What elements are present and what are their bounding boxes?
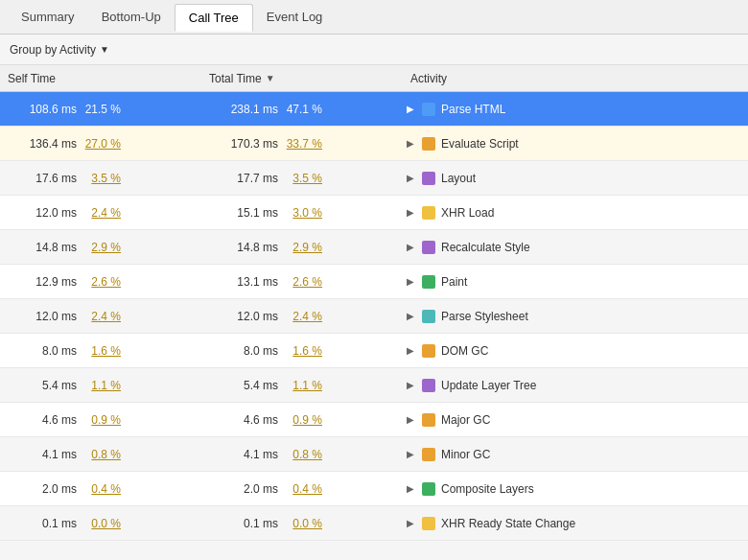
activity-color-icon — [422, 206, 435, 220]
activity-name: DOM GC — [441, 344, 488, 358]
activity-cell: ▶ Major GC — [403, 413, 748, 427]
activity-name: XHR Load — [441, 206, 494, 220]
self-time-cell: 8.0 ms 1.6 % — [0, 334, 201, 367]
self-time-value: 108.6 ms — [8, 103, 77, 116]
tab-call-tree[interactable]: Call Tree — [175, 4, 253, 32]
self-time-cell: 2.0 ms 0.4 % — [0, 472, 201, 505]
expand-arrow-icon[interactable]: ▶ — [407, 518, 416, 528]
self-pct-value: 21.5 % — [77, 103, 121, 116]
self-pct-value: 2.4 % — [77, 310, 121, 323]
total-pct-value: 0.0 % — [278, 517, 322, 530]
expand-arrow-icon[interactable]: ▶ — [407, 138, 416, 149]
activity-cell: ▶ Evaluate Script — [403, 137, 748, 151]
activity-color-icon — [422, 517, 435, 530]
self-pct-value: 2.9 % — [77, 241, 121, 254]
table-row[interactable]: 0.1 ms 0.0 % 0.1 ms 0.0 % ▶ XHR Ready St… — [0, 506, 748, 541]
col-header-total-time[interactable]: Total Time ▼ — [201, 72, 403, 85]
self-pct-value: 3.5 % — [77, 172, 121, 185]
activity-color-icon — [422, 310, 435, 323]
self-time-cell: 17.6 ms 3.5 % — [0, 161, 201, 195]
table-row[interactable]: 12.9 ms 2.6 % 13.1 ms 2.6 % ▶ Paint — [0, 265, 748, 299]
group-by-dropdown-arrow[interactable]: ▼ — [100, 44, 109, 55]
total-pct-value: 0.9 % — [278, 413, 322, 427]
table-row[interactable]: 12.0 ms 2.4 % 12.0 ms 2.4 % ▶ Parse Styl… — [0, 299, 748, 334]
total-time-cell: 8.0 ms 1.6 % — [201, 334, 403, 367]
total-time-value: 2.0 ms — [209, 482, 278, 496]
activity-name: Evaluate Script — [441, 137, 519, 151]
self-time-value: 14.8 ms — [8, 241, 77, 254]
table-row[interactable]: 5.4 ms 1.1 % 5.4 ms 1.1 % ▶ Update Layer… — [0, 368, 748, 403]
activity-color-icon — [422, 413, 435, 427]
tab-bar: Summary Bottom-Up Call Tree Event Log — [0, 0, 748, 35]
expand-arrow-icon[interactable]: ▶ — [407, 449, 416, 459]
total-time-cell: 13.1 ms 2.6 % — [201, 265, 403, 298]
total-time-value: 15.1 ms — [209, 206, 278, 220]
total-time-cell: 170.3 ms 33.7 % — [201, 127, 403, 160]
expand-arrow-icon[interactable]: ▶ — [407, 311, 416, 321]
self-time-value: 17.6 ms — [8, 172, 77, 185]
self-time-value: 12.0 ms — [8, 206, 77, 220]
total-time-cell: 14.8 ms 2.9 % — [201, 230, 403, 264]
activity-color-icon — [422, 241, 435, 254]
total-pct-value: 0.4 % — [278, 482, 322, 496]
total-pct-value: 33.7 % — [278, 137, 322, 151]
table-row[interactable]: 108.6 ms 21.5 % 238.1 ms 47.1 % ▶ Parse … — [0, 92, 748, 127]
activity-color-icon — [422, 172, 435, 185]
self-time-value: 12.0 ms — [8, 310, 77, 323]
total-time-value: 238.1 ms — [209, 103, 278, 116]
self-pct-value: 1.6 % — [77, 344, 121, 358]
table-row[interactable]: 4.6 ms 0.9 % 4.6 ms 0.9 % ▶ Major GC — [0, 403, 748, 437]
expand-arrow-icon[interactable]: ▶ — [407, 173, 416, 183]
total-pct-value: 47.1 % — [278, 103, 322, 116]
tab-event-log[interactable]: Event Log — [253, 4, 337, 30]
activity-name: Parse HTML — [441, 103, 505, 116]
self-time-cell: 4.6 ms 0.9 % — [0, 403, 201, 436]
self-time-cell: 4.1 ms 0.8 % — [0, 437, 201, 471]
activity-color-icon — [422, 482, 435, 496]
table-body: 108.6 ms 21.5 % 238.1 ms 47.1 % ▶ Parse … — [0, 92, 748, 541]
self-pct-value: 27.0 % — [77, 137, 121, 151]
table-row[interactable]: 2.0 ms 0.4 % 2.0 ms 0.4 % ▶ Composite La… — [0, 472, 748, 506]
activity-cell: ▶ Update Layer Tree — [403, 379, 748, 392]
expand-arrow-icon[interactable]: ▶ — [407, 276, 416, 287]
tab-summary[interactable]: Summary — [8, 4, 88, 30]
total-time-value: 8.0 ms — [209, 344, 278, 358]
self-time-value: 8.0 ms — [8, 344, 77, 358]
total-time-value: 170.3 ms — [209, 137, 278, 151]
total-time-value: 14.8 ms — [209, 241, 278, 254]
activity-cell: ▶ Parse Stylesheet — [403, 310, 748, 323]
self-time-value: 5.4 ms — [8, 379, 77, 392]
expand-arrow-icon[interactable]: ▶ — [407, 207, 416, 218]
col-header-self-time[interactable]: Self Time — [0, 72, 201, 85]
activity-color-icon — [422, 103, 435, 116]
activity-name: Recalculate Style — [441, 241, 530, 254]
expand-arrow-icon[interactable]: ▶ — [407, 414, 416, 425]
table-row[interactable]: 8.0 ms 1.6 % 8.0 ms 1.6 % ▶ DOM GC — [0, 334, 748, 368]
self-pct-value: 0.0 % — [77, 517, 121, 530]
toolbar: Group by Activity ▼ — [0, 35, 748, 65]
expand-arrow-icon[interactable]: ▶ — [407, 345, 416, 356]
table-row[interactable]: 4.1 ms 0.8 % 4.1 ms 0.8 % ▶ Minor GC — [0, 437, 748, 472]
table-row[interactable]: 12.0 ms 2.4 % 15.1 ms 3.0 % ▶ XHR Load — [0, 196, 748, 230]
self-time-cell: 12.0 ms 2.4 % — [0, 196, 201, 229]
total-pct-value: 2.9 % — [278, 241, 322, 254]
table-row[interactable]: 14.8 ms 2.9 % 14.8 ms 2.9 % ▶ Recalculat… — [0, 230, 748, 265]
tab-bottom-up[interactable]: Bottom-Up — [88, 4, 175, 30]
self-time-value: 0.1 ms — [8, 517, 77, 530]
table-row[interactable]: 136.4 ms 27.0 % 170.3 ms 33.7 % ▶ Evalua… — [0, 127, 748, 161]
expand-arrow-icon[interactable]: ▶ — [407, 242, 416, 252]
activity-color-icon — [422, 344, 435, 358]
self-time-cell: 0.1 ms 0.0 % — [0, 506, 201, 540]
table-header: Self Time Total Time ▼ Activity — [0, 65, 748, 92]
total-time-cell: 17.7 ms 3.5 % — [201, 161, 403, 195]
table-row[interactable]: 17.6 ms 3.5 % 17.7 ms 3.5 % ▶ Layout — [0, 161, 748, 196]
total-pct-value: 3.0 % — [278, 206, 322, 220]
activity-name: Paint — [441, 275, 467, 289]
self-time-value: 4.6 ms — [8, 413, 77, 427]
expand-arrow-icon[interactable]: ▶ — [407, 483, 416, 494]
expand-arrow-icon[interactable]: ▶ — [407, 104, 416, 114]
expand-arrow-icon[interactable]: ▶ — [407, 380, 416, 390]
total-time-value: 12.0 ms — [209, 310, 278, 323]
self-pct-value: 2.4 % — [77, 206, 121, 220]
total-time-cell: 4.6 ms 0.9 % — [201, 403, 403, 436]
